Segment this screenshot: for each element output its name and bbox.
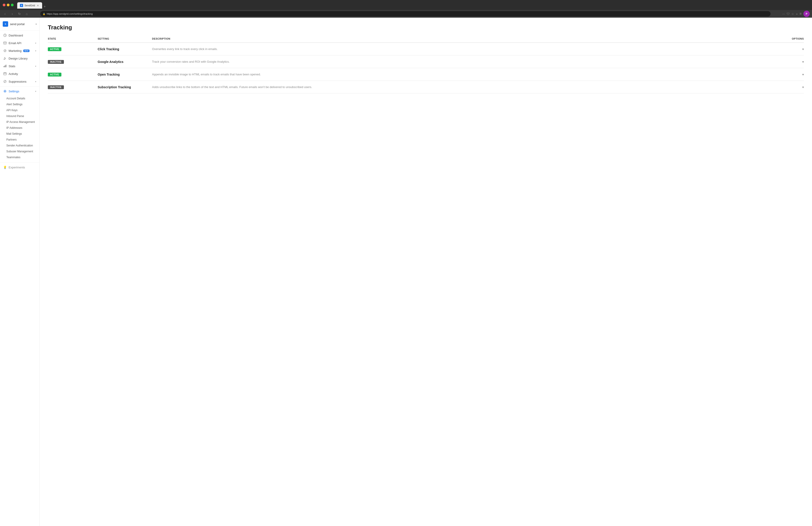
shield-icon: 🛡 (787, 12, 789, 16)
table-row: ACTIVE Open Tracking Appends an invisibl… (48, 68, 804, 81)
tab-close-button[interactable]: ✕ (36, 4, 40, 7)
table-row: ACTIVE Click Tracking Overwrites every l… (48, 43, 804, 56)
subnav-ip-addresses[interactable]: IP Addresses (3, 125, 40, 131)
email-api-icon (3, 41, 7, 45)
home-button[interactable]: ⌂ (24, 11, 29, 16)
table-row: INACTIVE Subscription Tracking Adds unsu… (48, 81, 804, 93)
row-expand-click-tracking[interactable]: ▾ (790, 47, 804, 51)
app-container: S send portal ▾ Dashboard (0, 18, 812, 526)
state-cell-google-analytics: INACTIVE (48, 60, 98, 64)
row-expand-subscription-tracking[interactable]: ▾ (790, 85, 804, 89)
setting-desc-subscription-tracking: Adds unsubscribe links to the bottom of … (152, 85, 790, 89)
stats-icon (3, 64, 7, 68)
address-bar[interactable]: 🔒 https://app.sendgrid.com/settings/trac… (40, 11, 770, 16)
column-header-description: DESCRIPTION (152, 37, 777, 40)
brand-chevron-icon: ▾ (35, 23, 37, 25)
design-library-icon (3, 57, 7, 60)
subnav-subuser-management[interactable]: Subuser Management (3, 149, 40, 154)
close-button[interactable] (3, 4, 5, 6)
maximize-button[interactable] (11, 4, 14, 6)
sidebar-item-dashboard[interactable]: Dashboard (0, 31, 40, 39)
active-tab[interactable]: S SendGrid ✕ (17, 2, 42, 9)
subnav-ip-access-management[interactable]: IP Access Management (3, 119, 40, 125)
svg-rect-4 (5, 65, 5, 67)
subnav-partners[interactable]: Partners (3, 137, 40, 142)
refresh-button[interactable]: ↻ (17, 11, 22, 16)
subnav-sender-authentication[interactable]: Sender Authentication (3, 142, 40, 149)
dashboard-icon (3, 33, 7, 37)
sidebar-item-stats[interactable]: Stats ▾ (0, 62, 40, 70)
sidebar-brand[interactable]: S send portal ▾ (0, 18, 40, 31)
row-expand-google-analytics[interactable]: ▾ (790, 60, 804, 64)
svg-rect-3 (4, 66, 4, 67)
subnav-account-details[interactable]: Account Details (3, 95, 40, 101)
sidebar-item-label-marketing: Marketing (9, 49, 21, 52)
setting-name-google-analytics: Google Analytics (98, 60, 152, 64)
browser-menu-dots[interactable]: ··· (782, 12, 785, 16)
suppressions-icon (3, 80, 7, 83)
url-text: https://app.sendgrid.com/settings/tracki… (47, 13, 93, 15)
svg-rect-5 (6, 65, 6, 67)
settings-chevron-icon: ▾ (35, 90, 36, 93)
sidebar-item-label-email-api: Email API (9, 42, 21, 45)
address-bar-row: ‹ › ↻ ⌂ 🔒 https://app.sendgrid.com/setti… (0, 10, 812, 18)
minimize-button[interactable] (7, 4, 10, 6)
sidebar-item-marketing[interactable]: Marketing NEW ▾ (0, 47, 40, 55)
sidebar-item-label-design-library: Design Library (9, 57, 28, 60)
setting-desc-click-tracking: Overwrites every link to track every cli… (152, 47, 790, 51)
back-button[interactable]: ‹ (2, 11, 8, 16)
table-header: STATE SETTING DESCRIPTION OPTIONS (48, 37, 804, 43)
bookmark-icon[interactable]: ☆ (792, 12, 794, 16)
subnav-teammates[interactable]: Teammates (3, 154, 40, 160)
stats-chevron-icon: ▾ (35, 65, 36, 67)
subnav-api-keys[interactable]: API Keys (3, 107, 40, 113)
column-header-options: OPTIONS (777, 37, 804, 40)
sidebar-item-label-settings: Settings (9, 90, 19, 93)
sidebar-item-experiments[interactable]: 💡 Experiments (0, 164, 40, 171)
svg-point-8 (4, 91, 5, 92)
row-expand-open-tracking[interactable]: ▾ (790, 73, 804, 76)
page-title: Tracking (48, 24, 804, 31)
subnav-inbound-parse[interactable]: Inbound Parse (3, 113, 40, 119)
brand-label: send portal (10, 22, 25, 26)
sidebar-divider (0, 86, 40, 87)
setting-desc-open-tracking: Appends an invisible image to HTML email… (152, 73, 790, 76)
table-row: INACTIVE Google Analytics Track your con… (48, 56, 804, 68)
sidebar-item-label-activity: Activity (9, 72, 18, 76)
marketing-new-badge: NEW (23, 49, 29, 52)
forward-button[interactable]: › (10, 11, 15, 16)
brand-icon: S (3, 21, 8, 27)
browser-title-bar: S SendGrid ✕ + (0, 0, 812, 10)
activity-icon (3, 72, 7, 76)
setting-name-open-tracking: Open Tracking (98, 73, 152, 76)
state-cell-open-tracking: ACTIVE (48, 72, 98, 76)
sidebar: S send portal ▾ Dashboard (0, 18, 40, 526)
tab-title: SendGrid (25, 4, 35, 7)
marketing-icon (3, 49, 7, 52)
tab-bar: S SendGrid ✕ + (17, 1, 47, 9)
sidebar-item-label-stats: Stats (9, 64, 15, 68)
experiments-icon: 💡 (3, 166, 7, 169)
tab-favicon: S (20, 4, 23, 7)
setting-desc-google-analytics: Track your conversion rates and ROI with… (152, 60, 790, 63)
sidebar-item-settings[interactable]: Settings ▾ (0, 87, 40, 95)
subnav-alert-settings[interactable]: Alert Settings (3, 101, 40, 107)
sidebar-item-email-api[interactable]: Email API ▾ (0, 39, 40, 47)
lock-icon: 🔒 (43, 13, 45, 15)
suppressions-chevron-icon: ▾ (35, 80, 36, 83)
subnav-mail-settings[interactable]: Mail Settings (3, 131, 40, 137)
state-cell-subscription-tracking: INACTIVE (48, 85, 98, 89)
sidebar-item-activity[interactable]: Activity (0, 70, 40, 78)
marketing-chevron-icon: ▾ (35, 49, 36, 52)
extensions-icon[interactable]: » (796, 12, 798, 16)
menu-icon[interactable]: ≡ (799, 12, 801, 16)
settings-icon (3, 89, 7, 93)
new-tab-button[interactable]: + (42, 4, 47, 9)
sidebar-item-label-dashboard: Dashboard (9, 34, 23, 37)
sidebar-item-suppressions[interactable]: Suppressions ▾ (0, 78, 40, 85)
profile-avatar[interactable]: P (803, 11, 810, 17)
traffic-lights (3, 4, 14, 6)
sidebar-item-design-library[interactable]: Design Library (0, 55, 40, 62)
setting-name-click-tracking: Click Tracking (98, 47, 152, 51)
setting-name-subscription-tracking: Subscription Tracking (98, 85, 152, 89)
